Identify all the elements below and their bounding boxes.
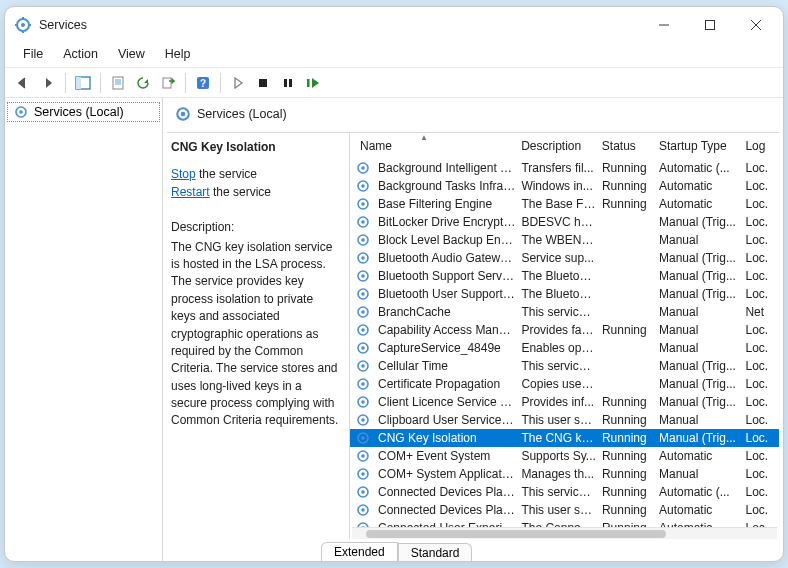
restart-service-link[interactable]: Restart bbox=[171, 185, 210, 199]
col-header-status[interactable]: Status bbox=[602, 139, 659, 153]
cell-startup: Automatic bbox=[659, 503, 745, 517]
list-header: ▲ Name Description Status Startup Type L… bbox=[350, 133, 779, 159]
cell-log: Loc. bbox=[745, 323, 775, 337]
export-button[interactable] bbox=[156, 71, 180, 95]
titlebar: Services bbox=[5, 7, 783, 43]
col-header-log[interactable]: Log bbox=[745, 139, 775, 153]
service-row[interactable]: Bluetooth Audio Gateway S...Service sup.… bbox=[350, 249, 779, 267]
svg-rect-22 bbox=[307, 79, 310, 87]
service-row[interactable]: CNG Key IsolationThe CNG ke...RunningMan… bbox=[350, 429, 779, 447]
service-row[interactable]: Connected User Experience...The Connec..… bbox=[350, 519, 779, 527]
cell-log: Loc. bbox=[745, 161, 775, 175]
service-row[interactable]: BitLocker Drive Encryption ...BDESVC hos… bbox=[350, 213, 779, 231]
cell-startup: Manual (Trig... bbox=[659, 377, 745, 391]
cell-name: CNG Key Isolation bbox=[374, 431, 521, 445]
sort-indicator-icon: ▲ bbox=[420, 133, 428, 142]
service-row[interactable]: Background Tasks Infrastruc...Windows in… bbox=[350, 177, 779, 195]
right-pane: Services (Local) CNG Key Isolation Stop … bbox=[163, 98, 783, 561]
cell-startup: Automatic bbox=[659, 179, 745, 193]
cell-log: Net bbox=[745, 305, 775, 319]
cell-status: Running bbox=[602, 449, 659, 463]
menu-file[interactable]: File bbox=[13, 43, 53, 67]
cell-name: Base Filtering Engine bbox=[374, 197, 521, 211]
service-row[interactable]: Block Level Backup Engine ...The WBENG..… bbox=[350, 231, 779, 249]
menu-action[interactable]: Action bbox=[53, 43, 108, 67]
svg-point-26 bbox=[181, 112, 186, 117]
col-header-description[interactable]: Description bbox=[521, 139, 602, 153]
cell-name: Background Intelligent Tran... bbox=[374, 161, 521, 175]
tab-standard[interactable]: Standard bbox=[398, 543, 473, 561]
cell-log: Loc. bbox=[745, 287, 775, 301]
stop-service-link[interactable]: Stop bbox=[171, 167, 196, 181]
forward-button[interactable] bbox=[36, 71, 60, 95]
svg-point-24 bbox=[19, 110, 23, 114]
service-row[interactable]: Client Licence Service (Clip...Provides … bbox=[350, 393, 779, 411]
pause-service-button[interactable] bbox=[276, 71, 300, 95]
refresh-button[interactable] bbox=[131, 71, 155, 95]
svg-rect-19 bbox=[259, 79, 267, 87]
cell-startup: Automatic (... bbox=[659, 161, 745, 175]
svg-point-34 bbox=[361, 220, 365, 224]
service-row[interactable]: Connected Devices Platfor...This service… bbox=[350, 483, 779, 501]
restart-service-button[interactable] bbox=[301, 71, 325, 95]
service-row[interactable]: Clipboard User Service_4849eThis user se… bbox=[350, 411, 779, 429]
cell-log: Loc. bbox=[745, 269, 775, 283]
help-button[interactable]: ? bbox=[191, 71, 215, 95]
menu-help[interactable]: Help bbox=[155, 43, 201, 67]
menubar: File Action View Help bbox=[5, 43, 783, 68]
cell-startup: Manual (Trig... bbox=[659, 251, 745, 265]
cell-log: Loc. bbox=[745, 467, 775, 481]
tab-extended[interactable]: Extended bbox=[321, 542, 398, 561]
service-row[interactable]: Bluetooth Support ServiceThe Bluetoo...M… bbox=[350, 267, 779, 285]
cell-description: The CNG ke... bbox=[521, 431, 602, 445]
scroll-thumb[interactable] bbox=[366, 530, 666, 538]
cell-log: Loc. bbox=[745, 503, 775, 517]
cell-name: COM+ Event System bbox=[374, 449, 521, 463]
service-row[interactable]: Bluetooth User Support Ser...The Bluetoo… bbox=[350, 285, 779, 303]
back-button[interactable] bbox=[11, 71, 35, 95]
cell-startup: Manual (Trig... bbox=[659, 215, 745, 229]
close-button[interactable] bbox=[733, 10, 779, 40]
description-text: The CNG key isolation service is hosted … bbox=[171, 239, 339, 430]
service-row[interactable]: Background Intelligent Tran...Transfers … bbox=[350, 159, 779, 177]
service-row[interactable]: Connected Devices Platfor...This user se… bbox=[350, 501, 779, 519]
list-body[interactable]: Background Intelligent Tran...Transfers … bbox=[350, 159, 779, 527]
gear-icon bbox=[356, 449, 370, 463]
svg-point-42 bbox=[361, 292, 365, 296]
minimize-button[interactable] bbox=[641, 10, 687, 40]
cell-startup: Automatic bbox=[659, 449, 745, 463]
svg-text:?: ? bbox=[200, 78, 206, 89]
service-row[interactable]: Capability Access Manager ...Provides fa… bbox=[350, 321, 779, 339]
gear-icon bbox=[356, 179, 370, 193]
col-header-startup[interactable]: Startup Type bbox=[659, 139, 746, 153]
cell-description: Manages th... bbox=[521, 467, 602, 481]
cell-log: Loc. bbox=[745, 197, 775, 211]
gear-icon bbox=[356, 359, 370, 373]
show-hide-tree-button[interactable] bbox=[71, 71, 95, 95]
stop-service-button[interactable] bbox=[251, 71, 275, 95]
service-row[interactable]: CaptureService_4849eEnables opti...Manua… bbox=[350, 339, 779, 357]
service-row[interactable]: COM+ System ApplicationManages th...Runn… bbox=[350, 465, 779, 483]
cell-description: Copies user ... bbox=[521, 377, 602, 391]
service-row[interactable]: BranchCacheThis service ...ManualNet bbox=[350, 303, 779, 321]
cell-description: The Bluetoo... bbox=[521, 287, 602, 301]
gear-icon bbox=[356, 305, 370, 319]
service-row[interactable]: COM+ Event SystemSupports Sy...RunningAu… bbox=[350, 447, 779, 465]
cell-startup: Manual (Trig... bbox=[659, 395, 745, 409]
svg-point-56 bbox=[361, 418, 365, 422]
svg-point-40 bbox=[361, 274, 365, 278]
menu-view[interactable]: View bbox=[108, 43, 155, 67]
service-row[interactable]: Certificate PropagationCopies user ...Ma… bbox=[350, 375, 779, 393]
svg-rect-20 bbox=[284, 79, 287, 87]
tree-item-label: Services (Local) bbox=[34, 105, 124, 119]
properties-button[interactable] bbox=[106, 71, 130, 95]
horizontal-scrollbar[interactable] bbox=[352, 527, 777, 539]
start-service-button[interactable] bbox=[226, 71, 250, 95]
cell-startup: Manual bbox=[659, 233, 745, 247]
service-row[interactable]: Base Filtering EngineThe Base Fil...Runn… bbox=[350, 195, 779, 213]
col-header-name[interactable]: Name bbox=[356, 139, 521, 153]
maximize-button[interactable] bbox=[687, 10, 733, 40]
cell-startup: Manual bbox=[659, 467, 745, 481]
tree-item-services-local[interactable]: Services (Local) bbox=[7, 102, 160, 122]
service-row[interactable]: Cellular TimeThis service ...Manual (Tri… bbox=[350, 357, 779, 375]
